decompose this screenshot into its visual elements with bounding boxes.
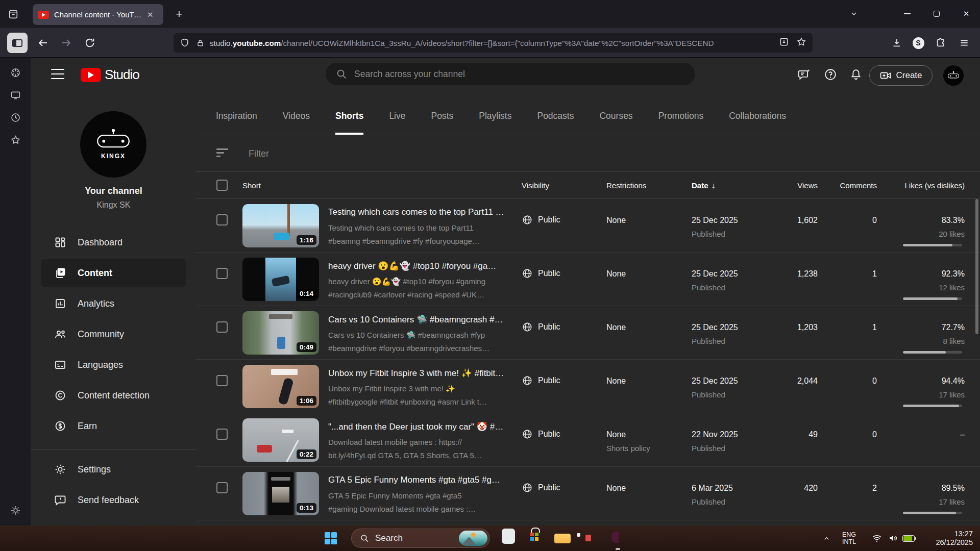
sidebar-item-community[interactable]: Community: [31, 319, 197, 349]
taskbar-search[interactable]: Search: [351, 529, 490, 548]
table-row[interactable]: 1:16 Testing which cars comes to the top…: [197, 199, 980, 253]
table-row[interactable]: 0:49 Cars vs 10 Containers 🛸 #beamngcras…: [197, 306, 980, 360]
column-visibility[interactable]: Visibility: [522, 172, 549, 199]
tab-close-icon[interactable]: ✕: [147, 10, 154, 19]
browser-settings-gear-icon[interactable]: [9, 504, 21, 516]
tab-playlists[interactable]: Playlists: [479, 111, 511, 135]
tab-promotions[interactable]: Promotions: [658, 111, 704, 135]
account-avatar[interactable]: [943, 65, 964, 86]
tab-posts[interactable]: Posts: [431, 111, 454, 135]
column-date-sorted[interactable]: Date↓: [692, 172, 716, 199]
row-checkbox[interactable]: [216, 268, 228, 279]
taskbar-app-brave[interactable]: [638, 530, 654, 546]
column-restrictions[interactable]: Restrictions: [606, 172, 646, 199]
shield-icon[interactable]: [180, 38, 190, 48]
column-likes[interactable]: Likes (vs dislikes): [855, 172, 965, 199]
sidebar-item-content-detection[interactable]: Content detection: [31, 380, 197, 411]
downloads-icon[interactable]: [888, 35, 905, 51]
sidebar-toggle-button[interactable]: [7, 33, 28, 53]
vertical-tabs-icon[interactable]: [5, 6, 21, 22]
bing-daily-image[interactable]: [459, 531, 487, 546]
visibility-cell[interactable]: Public: [522, 375, 560, 386]
visibility-cell[interactable]: Public: [522, 321, 560, 333]
reload-button[interactable]: [81, 37, 99, 49]
tab-shorts[interactable]: Shorts: [335, 111, 363, 135]
tray-chevron-icon[interactable]: [823, 525, 830, 551]
taskbar-app-store[interactable]: [526, 530, 543, 546]
window-minimize-button[interactable]: [895, 4, 919, 23]
tab-videos[interactable]: Videos: [283, 111, 310, 135]
row-checkbox[interactable]: [216, 482, 228, 493]
row-checkbox[interactable]: [216, 214, 228, 226]
url-bar[interactable]: studio.youtube.com/channel/UCOWiZMlhkIbn…: [174, 33, 813, 53]
row-checkbox[interactable]: [216, 321, 228, 333]
forward-button[interactable]: [57, 37, 76, 49]
help-icon[interactable]: [823, 67, 838, 82]
tab-list-chevron-icon[interactable]: [842, 4, 866, 23]
wallet-extension-icon[interactable]: S: [910, 35, 927, 51]
screen-share-icon[interactable]: [9, 89, 21, 101]
video-title[interactable]: Unbox my Fitbit Inspire 3 with me! ✨ #fi…: [328, 368, 504, 379]
taskbar-app-dark-red[interactable]: [582, 530, 599, 546]
taskbar-app-notepad[interactable]: [498, 530, 514, 546]
table-row[interactable]: 1:06 Unbox my Fitbit Inspire 3 with me! …: [197, 360, 980, 413]
bookmark-star-icon[interactable]: [796, 37, 806, 49]
back-button[interactable]: [34, 37, 52, 49]
wifi-icon[interactable]: [872, 525, 882, 551]
video-thumbnail[interactable]: 0:13: [242, 472, 319, 515]
video-title[interactable]: GTA 5 Epic Funny Moments #gta #gta5 #ga…: [328, 475, 504, 485]
volume-icon[interactable]: [888, 525, 898, 551]
video-thumbnail[interactable]: 1:06: [242, 365, 319, 408]
taskbar-clock[interactable]: 13:27 26/12/2025: [924, 525, 973, 551]
channel-avatar[interactable]: KINGX: [80, 111, 146, 178]
table-scrollbar[interactable]: [975, 199, 978, 334]
sidebar-item-content[interactable]: Content: [31, 258, 197, 288]
sidebar-item-send-feedback[interactable]: Send feedback: [31, 485, 197, 515]
bookmarks-star-icon[interactable]: [9, 134, 21, 146]
sidebar-item-earn[interactable]: Earn: [31, 411, 197, 441]
column-views[interactable]: Views: [748, 172, 818, 199]
table-row[interactable]: 0:14 heavy driver 😮💪👻 #top10 #foryou #ga…: [197, 253, 980, 306]
sidebar-item-analytics[interactable]: Analytics: [31, 288, 197, 319]
visibility-cell[interactable]: Public: [522, 482, 560, 493]
visibility-cell[interactable]: Public: [522, 429, 560, 440]
studio-logo[interactable]: Studio: [81, 67, 139, 83]
table-row[interactable]: 0:13 GTA 5 Epic Funny Moments #gta #gta5…: [197, 467, 980, 520]
row-checkbox[interactable]: [216, 429, 228, 440]
ai-assistant-icon[interactable]: [9, 66, 21, 79]
lock-icon[interactable]: [196, 39, 205, 47]
video-title[interactable]: heavy driver 😮💪👻 #top10 #foryou #ga…: [328, 261, 504, 271]
url-text[interactable]: studio.youtube.com/channel/UCOWiZMlhkIbn…: [210, 39, 772, 47]
video-thumbnail[interactable]: 1:16: [242, 204, 319, 247]
language-indicator[interactable]: ENGINTL: [842, 525, 856, 551]
tab-courses[interactable]: Courses: [599, 111, 632, 135]
create-button[interactable]: Create: [869, 65, 933, 86]
browser-tab[interactable]: Channel content - YouTube Stud ✕: [33, 4, 163, 25]
tab-live[interactable]: Live: [389, 111, 405, 135]
sidebar-item-settings[interactable]: Settings: [31, 454, 197, 485]
taskbar-app-explorer[interactable]: [554, 530, 571, 546]
window-maximize-button[interactable]: [925, 4, 948, 23]
feedback-chat-icon[interactable]: [796, 67, 812, 82]
select-all-checkbox[interactable]: [216, 180, 228, 191]
tab-collaborations[interactable]: Collaborations: [729, 111, 786, 135]
visibility-cell[interactable]: Public: [522, 214, 560, 226]
window-close-button[interactable]: ✕: [954, 4, 978, 23]
row-checkbox[interactable]: [216, 375, 228, 386]
video-title[interactable]: "...and then the Deer just took my car" …: [328, 421, 504, 432]
visibility-cell[interactable]: Public: [522, 268, 560, 279]
sidebar-item-languages[interactable]: Languages: [31, 349, 197, 380]
save-page-icon[interactable]: [779, 37, 789, 49]
video-thumbnail[interactable]: 0:49: [242, 311, 319, 355]
studio-menu-hamburger-icon[interactable]: [51, 69, 64, 79]
tab-podcasts[interactable]: Podcasts: [537, 111, 574, 135]
tab-inspiration[interactable]: Inspiration: [216, 111, 257, 135]
extensions-puzzle-icon[interactable]: [932, 35, 949, 51]
channel-search-input[interactable]: Search across your channel: [326, 63, 695, 85]
history-clock-icon[interactable]: [9, 111, 21, 123]
sidebar-item-dashboard[interactable]: Dashboard: [31, 227, 197, 258]
video-title[interactable]: Cars vs 10 Containers 🛸 #beamngcrash #f…: [328, 314, 504, 325]
menu-hamburger-icon[interactable]: [955, 35, 973, 51]
video-thumbnail[interactable]: 0:22: [242, 418, 319, 462]
table-row[interactable]: 0:22 "...and then the Deer just took my …: [197, 413, 980, 467]
